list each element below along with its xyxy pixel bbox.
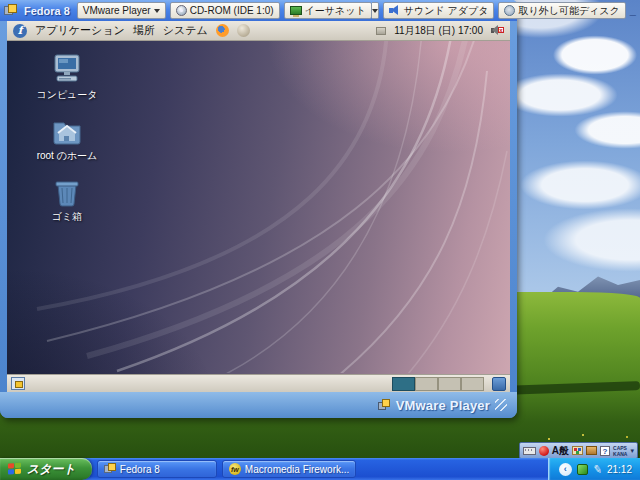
vmware-titlebar[interactable]: Fedora 8 VMware Player CD-ROM (IDE 1:0) … <box>0 0 517 21</box>
desktop-icon-trash[interactable]: ゴミ箱 <box>25 177 109 224</box>
menu-places[interactable]: 場所 <box>133 23 155 38</box>
vmware-player-window: Fedora 8 VMware Player CD-ROM (IDE 1:0) … <box>0 0 517 418</box>
device-button-sound[interactable]: サウンド アダプタ <box>383 2 495 19</box>
trash-applet-icon[interactable] <box>492 377 506 391</box>
system-tray: ‹ ✎ 21:12 <box>548 458 640 480</box>
ime-tools-icon[interactable] <box>586 446 597 455</box>
workspace-2[interactable] <box>415 377 438 391</box>
ime-icon[interactable] <box>539 446 549 456</box>
menu-system[interactable]: システム <box>163 23 208 38</box>
vmware-icon <box>4 4 17 17</box>
minimize-button[interactable]: _ <box>630 5 636 16</box>
chevron-down-icon <box>372 9 378 13</box>
xp-taskbar: スタート Fedora 8 fw Macromedia Firework... … <box>0 458 640 480</box>
home-folder-icon <box>50 116 84 146</box>
vm-desktop: コンピュータ root のホーム <box>7 41 510 374</box>
xp-desktop: Fedora 8 VMware Player CD-ROM (IDE 1:0) … <box>0 0 640 480</box>
device-button-cdrom[interactable]: CD-ROM (IDE 1:0) <box>170 2 280 19</box>
workspace-4[interactable] <box>461 377 484 391</box>
bliss-flowers <box>548 438 550 440</box>
desktop-icon-home[interactable]: root のホーム <box>25 116 109 163</box>
device-button-removable-disk[interactable]: 取り外し可能ディスク <box>498 2 625 19</box>
show-desktop-icon[interactable] <box>11 377 25 390</box>
gnome-top-panel: f アプリケーション 場所 システム 11月18日 (日) 17:00 x <box>7 21 510 41</box>
app-launcher-icon[interactable] <box>237 24 250 37</box>
cdrom-icon <box>176 5 187 16</box>
vmware-brand-text: VMware Player <box>396 398 490 413</box>
vmware-icon <box>104 463 116 475</box>
ime-pad-icon[interactable] <box>572 446 583 455</box>
vm-desktop-icons: コンピュータ root のホーム <box>25 53 109 224</box>
gnome-clock[interactable]: 11月18日 (日) 17:00 <box>394 24 483 38</box>
fedora-menu-icon[interactable]: f <box>13 24 27 38</box>
start-button[interactable]: スタート <box>0 458 92 480</box>
ime-input-mode[interactable]: A般 <box>552 444 569 458</box>
workspace-1[interactable] <box>392 377 415 391</box>
vmware-icon <box>378 399 391 412</box>
removable-disk-icon <box>504 5 515 16</box>
workspace-switcher[interactable] <box>392 377 484 391</box>
ime-minimize-icon[interactable]: ▾ <box>630 447 634 455</box>
window-title: Fedora 8 <box>21 5 73 17</box>
ethernet-icon <box>290 6 302 15</box>
gnome-bottom-panel <box>7 374 510 392</box>
resize-grip[interactable] <box>495 399 507 411</box>
vm-guest-screen: f アプリケーション 場所 システム 11月18日 (日) 17:00 x <box>7 21 510 392</box>
taskbar-button-fedora[interactable]: Fedora 8 <box>97 460 217 478</box>
hide-icons-chevron[interactable]: ‹ <box>559 463 572 476</box>
window-controls: _ □ × <box>630 5 640 16</box>
desktop-icon-computer[interactable]: コンピュータ <box>25 53 109 102</box>
ime-help-icon[interactable]: ? <box>600 446 610 456</box>
ime-toolbar[interactable]: A般 ? CAPS KANA ▾ <box>519 442 638 459</box>
vmware-statusbar: VMware Player <box>0 392 517 418</box>
device-button-ethernet[interactable]: イーサネット <box>284 2 372 19</box>
taskbar-button-fireworks[interactable]: fw Macromedia Firework... <box>222 460 356 478</box>
taskbar-clock[interactable]: 21:12 <box>607 464 632 475</box>
tray-pen-icon[interactable]: ✎ <box>592 463 603 475</box>
sound-adapter-icon <box>389 5 401 16</box>
menu-applications[interactable]: アプリケーション <box>35 23 125 38</box>
trash-icon <box>50 177 84 207</box>
kana-indicator[interactable]: KANA <box>613 451 627 457</box>
windows-logo-icon <box>8 462 22 476</box>
chevron-down-icon <box>154 9 160 13</box>
keyboard-icon[interactable] <box>523 447 536 455</box>
tray-status-icon[interactable] <box>577 464 588 475</box>
muted-speaker-icon[interactable]: x <box>491 25 504 36</box>
vmware-player-menu-button[interactable]: VMware Player <box>77 2 166 19</box>
workspace-3[interactable] <box>438 377 461 391</box>
ethernet-dropdown-button[interactable] <box>372 2 379 19</box>
computer-icon <box>50 53 84 85</box>
fireworks-icon: fw <box>229 463 241 475</box>
firefox-icon[interactable] <box>216 24 229 37</box>
notification-icon[interactable] <box>376 27 386 35</box>
